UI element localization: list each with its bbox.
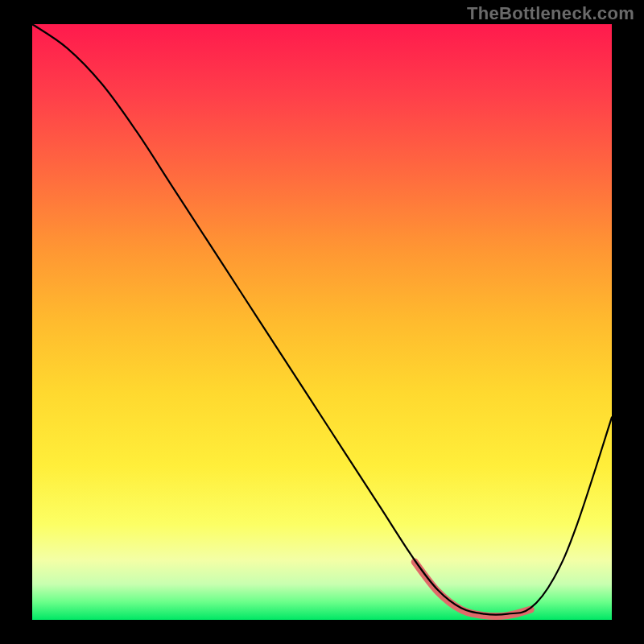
curve-line [32, 24, 612, 615]
chart-frame: TheBottleneck.com [0, 0, 644, 644]
highlight-segment [415, 562, 530, 617]
plot-area [32, 24, 612, 620]
chart-svg [32, 24, 612, 620]
watermark-text: TheBottleneck.com [467, 3, 634, 24]
